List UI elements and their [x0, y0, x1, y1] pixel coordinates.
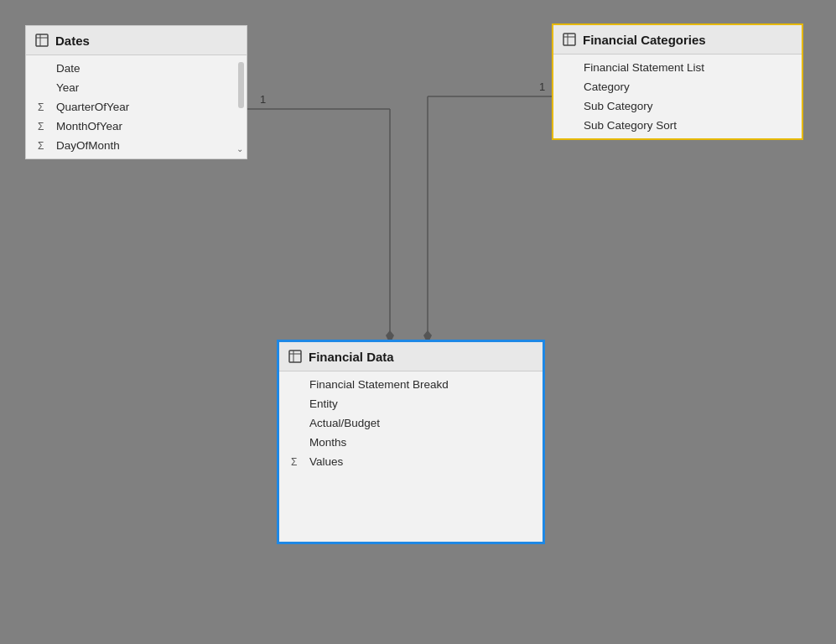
field-name: QuarterOfYear — [56, 101, 129, 113]
financial-categories-table-body: Financial Statement List Category Sub Ca… — [553, 55, 802, 138]
list-item: Entity — [279, 394, 543, 413]
field-name: Entity — [309, 397, 338, 410]
field-name: Values — [309, 455, 343, 468]
list-item: Σ QuarterOfYear — [26, 97, 233, 117]
sigma-icon: Σ — [38, 140, 51, 152]
list-item: Actual/Budget — [279, 413, 543, 433]
field-name: Financial Statement Breakd — [309, 378, 449, 391]
dates-table-body: Date Year Σ QuarterOfYear Σ MonthOfYear … — [26, 55, 247, 158]
financial-data-table-body: Financial Statement Breakd Entity Actual… — [279, 371, 543, 475]
field-name: Sub Category — [584, 100, 653, 112]
dates-table-title: Dates — [55, 34, 90, 48]
dates-table-header: Dates — [26, 26, 247, 55]
field-name: Year — [56, 81, 79, 94]
svg-text:1: 1 — [260, 93, 266, 106]
financial-data-table[interactable]: Financial Data Financial Statement Break… — [277, 340, 545, 544]
svg-text:1: 1 — [539, 80, 545, 93]
field-name: Category — [584, 80, 630, 93]
list-item: Date — [26, 59, 233, 78]
scroll-down-icon: ⌄ — [236, 144, 243, 153]
list-item: Category — [553, 77, 802, 96]
field-name: Sub Category Sort — [584, 119, 677, 132]
field-name: Date — [56, 62, 80, 75]
sigma-icon: Σ — [38, 121, 51, 132]
financial-data-table-header: Financial Data — [279, 342, 543, 371]
field-name: MonthOfYear — [56, 120, 122, 132]
list-item: Months — [279, 433, 543, 452]
list-item: Σ Values — [279, 452, 543, 471]
sigma-icon: Σ — [291, 456, 304, 468]
list-item: Σ MonthOfYear — [26, 117, 233, 136]
list-item: Financial Statement List — [553, 58, 802, 77]
field-name: Months — [309, 436, 346, 449]
field-name: DayOfMonth — [56, 139, 120, 152]
table-grid-icon — [562, 32, 577, 47]
list-item: Financial Statement Breakd — [279, 375, 543, 394]
svg-rect-8 — [36, 34, 48, 46]
dates-table[interactable]: Dates Date Year Σ QuarterOfYear Σ MonthO… — [25, 25, 247, 159]
list-item: Year — [26, 78, 233, 97]
financial-categories-table-header: Financial Categories — [553, 25, 802, 55]
list-item: Sub Category — [553, 96, 802, 116]
table-grid-icon — [34, 33, 49, 48]
svg-rect-14 — [289, 351, 301, 362]
field-name: Financial Statement List — [584, 61, 704, 74]
sigma-icon: Σ — [38, 101, 51, 113]
diagram-canvas: 1 1 Dates Date Year — [0, 0, 836, 644]
list-item: Σ DayOfMonth — [26, 136, 233, 155]
svg-rect-11 — [563, 34, 575, 45]
scrollbar[interactable] — [238, 62, 244, 108]
list-item: Sub Category Sort — [553, 116, 802, 135]
financial-categories-table-title: Financial Categories — [583, 33, 706, 47]
field-name: Actual/Budget — [309, 417, 380, 429]
financial-categories-table[interactable]: Financial Categories Financial Statement… — [552, 23, 803, 140]
table-grid-icon — [288, 349, 303, 364]
financial-data-table-title: Financial Data — [309, 350, 394, 364]
